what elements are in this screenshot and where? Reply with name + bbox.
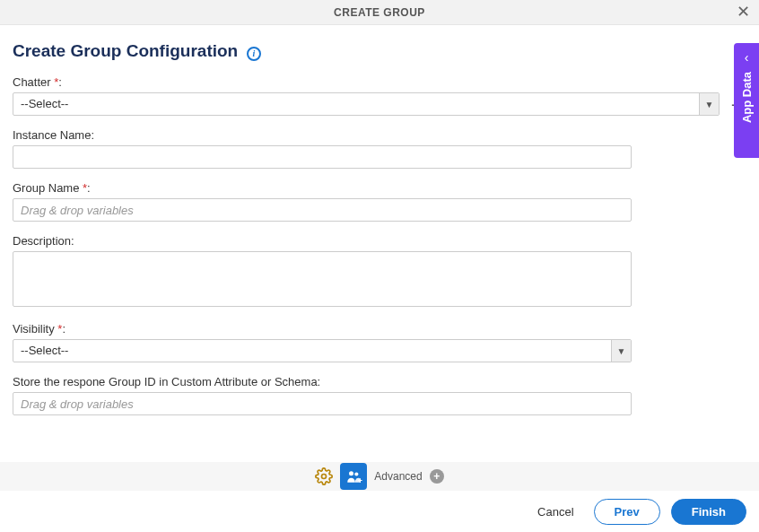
page-title: Create Group Configuration <box>13 41 238 61</box>
group-name-field: Group Name *: <box>13 181 746 222</box>
prev-button[interactable]: Prev <box>594 499 660 525</box>
chevron-down-icon: ▼ <box>699 93 719 115</box>
group-name-label: Group Name *: <box>13 181 746 195</box>
chatter-row: --Select-- ▼ ＋ <box>13 92 746 116</box>
form: Chatter *: --Select-- ▼ ＋ Instance Name:… <box>13 75 746 415</box>
finish-button[interactable]: Finish <box>671 499 746 525</box>
gear-icon[interactable] <box>315 467 333 485</box>
chatter-select[interactable]: --Select-- ▼ <box>13 92 720 116</box>
chevron-left-icon: ‹ <box>745 50 749 65</box>
advanced-expand-button[interactable]: + <box>430 469 444 484</box>
visibility-label: Visibility *: <box>13 322 746 336</box>
info-icon[interactable]: i <box>247 47 261 61</box>
description-label: Description: <box>13 234 746 248</box>
visibility-field: Visibility *: --Select-- ▼ <box>13 322 746 362</box>
svg-point-1 <box>349 471 353 475</box>
chatter-label: Chatter *: <box>13 75 746 89</box>
instance-name-label: Instance Name: <box>13 128 746 142</box>
close-icon[interactable]: ✕ <box>737 4 750 20</box>
store-group-id-field: Store the respone Group ID in Custom Att… <box>13 375 746 415</box>
dialog-header: CREATE GROUP ✕ <box>0 0 759 25</box>
group-icon[interactable]: + <box>340 463 367 490</box>
content-area: Create Group Configuration i Chatter *: … <box>0 25 759 415</box>
svg-point-2 <box>355 472 359 475</box>
chevron-down-icon: ▼ <box>611 340 631 362</box>
footer-actions: Cancel Prev Finish <box>0 491 759 532</box>
advanced-label: Advanced <box>374 470 422 483</box>
visibility-select-value: --Select-- <box>13 340 611 362</box>
dialog-title: CREATE GROUP <box>334 6 425 19</box>
app-data-label: App Data <box>740 72 754 123</box>
svg-point-0 <box>322 475 327 479</box>
chatter-field: Chatter *: --Select-- ▼ ＋ <box>13 75 746 116</box>
visibility-select[interactable]: --Select-- ▼ <box>13 339 632 362</box>
bottom-toolbar: + Advanced + <box>0 462 759 491</box>
app-data-panel-toggle[interactable]: ‹ App Data <box>734 43 759 158</box>
svg-text:+: + <box>358 476 362 485</box>
group-name-input[interactable] <box>13 198 632 222</box>
cancel-button[interactable]: Cancel <box>528 500 582 524</box>
description-field: Description: <box>13 234 746 310</box>
description-input[interactable] <box>13 251 632 307</box>
store-group-id-label: Store the respone Group ID in Custom Att… <box>13 375 746 388</box>
store-group-id-input[interactable] <box>13 392 632 415</box>
instance-name-field: Instance Name: <box>13 128 746 169</box>
chatter-select-value: --Select-- <box>13 93 699 115</box>
instance-name-input[interactable] <box>13 145 632 169</box>
